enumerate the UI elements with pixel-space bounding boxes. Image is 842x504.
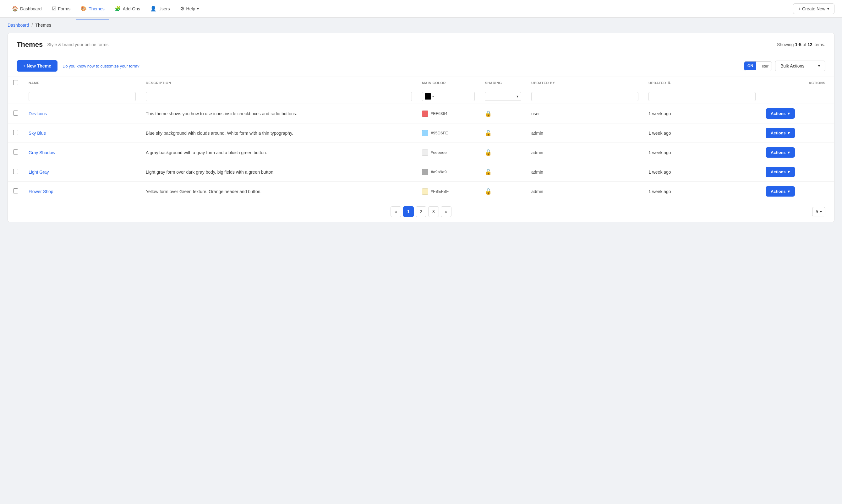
color-caret-icon: ▾ — [432, 95, 434, 98]
row-0-lock-icon: 🔒 — [485, 110, 492, 117]
row-4-theme-link[interactable]: Flower Shop — [29, 189, 53, 194]
row-3-sharing-cell: 🔓 — [480, 162, 526, 182]
nav-item-users[interactable]: 👤 Users — [146, 3, 174, 14]
dashboard-icon: 🏠 — [12, 6, 18, 12]
col-header-sharing: SHARING — [480, 77, 526, 89]
nav-item-forms[interactable]: ☑ Forms — [48, 3, 75, 14]
filter-updated-by-input[interactable] — [531, 92, 638, 101]
table-row: Light GrayLight gray form over dark gray… — [8, 162, 834, 182]
sharing-filter-select[interactable]: ▾ — [485, 92, 521, 101]
col-header-check — [8, 77, 23, 89]
new-theme-button[interactable]: + New Theme — [17, 60, 57, 72]
card-header: Themes Style & brand your online forms S… — [8, 33, 834, 55]
row-0-updated-by-cell: user — [526, 104, 644, 123]
filter-description-input[interactable] — [146, 92, 412, 101]
row-2-actions-button[interactable]: Actions ▾ — [766, 147, 795, 158]
pagination-page-2-button[interactable]: 2 — [416, 206, 426, 217]
create-new-button[interactable]: + Create New ▾ — [793, 3, 835, 14]
row-0-color-hex: #EF6364 — [431, 111, 448, 116]
row-4-actions-cell: Actions ▾ — [761, 182, 834, 201]
row-3-color-hex: #a9a9a9 — [431, 169, 447, 174]
customize-form-link[interactable]: Do you know how to customize your form? — [63, 64, 140, 69]
row-1-color-hex: #95D6FE — [431, 131, 448, 136]
actions-chevron-icon: ▾ — [788, 189, 790, 194]
row-0-actions-button[interactable]: Actions ▾ — [766, 108, 795, 119]
filter-toggle[interactable]: ON Filter — [744, 61, 772, 71]
color-filter-wrap[interactable]: ▾ — [422, 92, 475, 101]
main-content: Themes Style & brand your online forms S… — [0, 33, 842, 230]
row-2-updated-cell: 1 week ago — [644, 143, 761, 162]
themes-table-wrapper: NAME DESCRIPTION MAIN COLOR SHARING UPDA — [8, 77, 834, 201]
filter-updated-input[interactable] — [648, 92, 756, 101]
filter-on-badge: ON — [744, 61, 756, 70]
table-row: Sky BlueBlue sky background with clouds … — [8, 123, 834, 143]
row-0-checkbox[interactable] — [13, 110, 18, 115]
nav-item-help[interactable]: ⚙ Help ▾ — [176, 3, 204, 14]
bulk-actions-button[interactable]: Bulk Actions ▾ — [775, 60, 825, 71]
row-4-color-dot — [422, 188, 428, 195]
actions-chevron-icon: ▾ — [788, 150, 790, 155]
pagination-prev-button[interactable]: « — [390, 206, 401, 217]
nav-item-themes[interactable]: 🎨 Themes — [76, 3, 109, 14]
table-body: ▾ ▾ — [8, 89, 834, 201]
row-0-check-cell — [8, 104, 23, 123]
actions-chevron-icon: ▾ — [788, 111, 790, 116]
row-0-actions-cell: Actions ▾ — [761, 104, 834, 123]
nav-item-addons[interactable]: 🧩 Add-Ons — [110, 3, 144, 14]
row-3-updated-cell: 1 week ago — [644, 162, 761, 182]
help-chevron-icon: ▾ — [197, 6, 199, 11]
row-3-check-cell — [8, 162, 23, 182]
col-header-main-color: MAIN COLOR — [417, 77, 480, 89]
breadcrumb-current: Themes — [35, 23, 51, 28]
filter-updated-cell — [644, 89, 761, 104]
row-2-updated-by-cell: admin — [526, 143, 644, 162]
actions-chevron-icon: ▾ — [788, 131, 790, 136]
pagination-next-button[interactable]: » — [441, 206, 452, 217]
bulk-actions-chevron-icon: ▾ — [818, 64, 820, 68]
per-page-select[interactable]: 5 ▾ — [812, 207, 825, 216]
row-4-color-hex: #FBEFBF — [431, 189, 449, 194]
row-1-checkbox[interactable] — [13, 130, 18, 135]
row-4-updated-by-cell: admin — [526, 182, 644, 201]
row-4-checkbox[interactable] — [13, 188, 18, 194]
row-3-color-cell: #a9a9a9 — [417, 162, 480, 182]
row-2-check-cell — [8, 143, 23, 162]
filter-check-cell — [8, 89, 23, 104]
themes-icon: 🎨 — [81, 6, 87, 12]
create-new-chevron-icon: ▾ — [827, 6, 829, 11]
users-icon: 👤 — [150, 6, 156, 12]
row-2-checkbox[interactable] — [13, 149, 18, 155]
nav-item-dashboard[interactable]: 🏠 Dashboard — [7, 3, 46, 14]
row-4-description-cell: Yellow form over Green texture. Orange h… — [141, 182, 417, 201]
row-4-updated-cell: 1 week ago — [644, 182, 761, 201]
row-0-description-cell: This theme shows you how to use icons in… — [141, 104, 417, 123]
breadcrumb-dashboard-link[interactable]: Dashboard — [7, 23, 29, 28]
row-3-actions-button[interactable]: Actions ▾ — [766, 167, 795, 177]
toolbar-right: ON Filter Bulk Actions ▾ — [744, 60, 825, 71]
filter-name-input[interactable] — [29, 92, 136, 101]
row-1-actions-button[interactable]: Actions ▾ — [766, 128, 795, 138]
breadcrumb: Dashboard / Themes — [0, 18, 842, 33]
pagination-page-1-button[interactable]: 1 — [403, 206, 414, 217]
table-row: DevIconsThis theme shows you how to use … — [8, 104, 834, 123]
row-3-color-dot — [422, 169, 428, 175]
row-4-name-cell: Flower Shop — [23, 182, 141, 201]
row-4-actions-button[interactable]: Actions ▾ — [766, 186, 795, 197]
row-1-updated-cell: 1 week ago — [644, 123, 761, 143]
showing-text: Showing 1-5 of 12 items. — [777, 42, 825, 47]
select-all-checkbox[interactable] — [13, 80, 18, 85]
row-1-updated-by-cell: admin — [526, 123, 644, 143]
row-1-theme-link[interactable]: Sky Blue — [29, 131, 46, 136]
col-header-name: NAME — [23, 77, 141, 89]
row-2-theme-link[interactable]: Gray Shadow — [29, 150, 55, 155]
nav-items: 🏠 Dashboard ☑ Forms 🎨 Themes 🧩 Add-Ons 👤… — [7, 3, 793, 14]
row-1-check-cell — [8, 123, 23, 143]
row-3-theme-link[interactable]: Light Gray — [29, 169, 49, 175]
pagination-page-3-button[interactable]: 3 — [428, 206, 439, 217]
row-3-checkbox[interactable] — [13, 169, 18, 174]
row-0-sharing-cell: 🔒 — [480, 104, 526, 123]
row-1-color-cell: #95D6FE — [417, 123, 480, 143]
row-0-theme-link[interactable]: DevIcons — [29, 111, 47, 116]
row-2-description-cell: A gray background with a gray form and a… — [141, 143, 417, 162]
row-3-name-cell: Light Gray — [23, 162, 141, 182]
